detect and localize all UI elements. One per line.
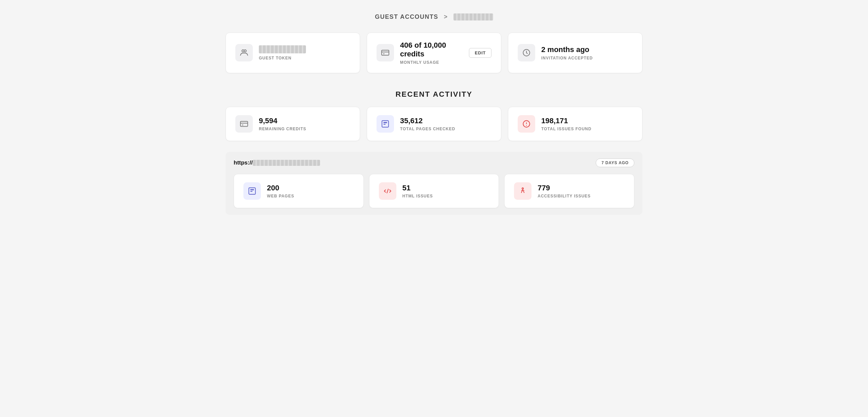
guest-token-icon-wrap (235, 44, 253, 62)
activity-cards-grid: 200 WEB PAGES 51 HTML (234, 174, 634, 208)
remaining-credits-card: 9,594 REMAINING CREDITS (225, 107, 360, 141)
guest-token-label: GUEST TOKEN (259, 56, 350, 61)
web-pages-icon (248, 187, 256, 196)
total-pages-label: TOTAL PAGES CHECKED (400, 127, 492, 131)
pages-icon-wrap (376, 115, 394, 133)
breadcrumb-parent[interactable]: GUEST ACCOUNTS (375, 13, 438, 20)
remaining-credits-value: 9,594 (259, 116, 350, 125)
time-badge: 7 DAYS AGO (596, 159, 634, 167)
remaining-credits-icon (240, 119, 248, 128)
guest-token-content: GUEST TOKEN (259, 45, 350, 60)
accessibility-icon (518, 187, 527, 196)
guest-token-card: GUEST TOKEN (225, 33, 360, 73)
total-pages-card: 35,612 TOTAL PAGES CHECKED (367, 107, 501, 141)
monthly-usage-actions: EDIT (469, 48, 492, 58)
svg-rect-2 (381, 50, 389, 56)
svg-point-1 (244, 50, 246, 53)
stats-cards-grid: 9,594 REMAINING CREDITS 35,612 TOTAL PAG… (225, 107, 643, 141)
svg-rect-6 (242, 125, 243, 125)
edit-button[interactable]: EDIT (469, 48, 492, 58)
guest-token-icon (240, 48, 248, 57)
html-issues-label: HTML ISSUES (402, 194, 490, 199)
pages-icon (381, 119, 390, 128)
clock-icon (522, 48, 531, 57)
invitation-card: 2 months ago INVITATION ACCEPTED (508, 33, 643, 73)
accessibility-icon-wrap (514, 182, 531, 200)
top-stats-grid: GUEST TOKEN 406 of 10,000 credits MONTHL… (225, 33, 643, 73)
svg-point-12 (526, 125, 527, 126)
credits-icon (381, 48, 390, 57)
total-pages-content: 35,612 TOTAL PAGES CHECKED (400, 116, 492, 131)
section-title: RECENT ACTIVITY (225, 90, 643, 99)
svg-rect-5 (240, 121, 248, 126)
web-pages-card: 200 WEB PAGES (234, 174, 364, 208)
svg-rect-9 (383, 124, 386, 125)
monthly-usage-card: 406 of 10,000 credits MONTHLY USAGE EDIT (367, 33, 501, 73)
svg-line-16 (386, 189, 388, 193)
total-pages-value: 35,612 (400, 116, 492, 125)
monthly-usage-label: MONTHLY USAGE (400, 60, 463, 65)
invitation-content: 2 months ago INVITATION ACCEPTED (541, 45, 633, 60)
svg-rect-14 (250, 189, 254, 190)
invitation-label: INVITATION ACCEPTED (541, 56, 633, 61)
web-pages-icon-wrap (243, 182, 261, 200)
breadcrumb-separator: > (444, 13, 448, 20)
accessibility-issues-value: 779 (537, 184, 625, 193)
html-issues-value: 51 (402, 184, 490, 193)
clock-icon-wrap (518, 44, 535, 62)
web-pages-label: WEB PAGES (267, 194, 354, 199)
activity-row: https:// 7 DAYS AGO 200 (225, 152, 643, 215)
html-icon (383, 187, 392, 196)
guest-token-value (259, 45, 350, 54)
issues-icon-wrap (518, 115, 535, 133)
breadcrumb: GUEST ACCOUNTS > (225, 13, 643, 21)
web-pages-content: 200 WEB PAGES (267, 184, 354, 199)
html-icon-wrap (379, 182, 396, 200)
activity-header: https:// 7 DAYS AGO (234, 159, 634, 167)
remaining-credits-icon-wrap (235, 115, 253, 133)
total-issues-value: 198,171 (541, 116, 633, 125)
activity-url[interactable]: https:// (234, 160, 320, 166)
breadcrumb-current (454, 13, 493, 21)
total-issues-content: 198,171 TOTAL ISSUES FOUND (541, 116, 633, 131)
remaining-credits-content: 9,594 REMAINING CREDITS (259, 116, 350, 131)
svg-rect-8 (383, 122, 387, 123)
issues-icon (522, 119, 531, 128)
accessibility-issues-label: ACCESSIBILITY ISSUES (537, 194, 625, 199)
invitation-value: 2 months ago (541, 45, 633, 54)
web-pages-value: 200 (267, 184, 354, 193)
recent-activity-section: RECENT ACTIVITY 9,594 REMAINING CREDITS (225, 90, 643, 215)
svg-rect-15 (250, 191, 253, 192)
html-issues-content: 51 HTML ISSUES (402, 184, 490, 199)
svg-point-17 (522, 188, 523, 189)
total-issues-label: TOTAL ISSUES FOUND (541, 127, 633, 131)
monthly-usage-value: 406 of 10,000 credits (400, 41, 463, 59)
credits-icon-wrap (376, 44, 394, 62)
monthly-usage-content: 406 of 10,000 credits MONTHLY USAGE (400, 41, 463, 65)
accessibility-issues-card: 779 ACCESSIBILITY ISSUES (504, 174, 634, 208)
svg-rect-3 (383, 54, 384, 55)
html-issues-card: 51 HTML ISSUES (369, 174, 499, 208)
remaining-credits-label: REMAINING CREDITS (259, 127, 350, 131)
total-issues-card: 198,171 TOTAL ISSUES FOUND (508, 107, 643, 141)
accessibility-issues-content: 779 ACCESSIBILITY ISSUES (537, 184, 625, 199)
